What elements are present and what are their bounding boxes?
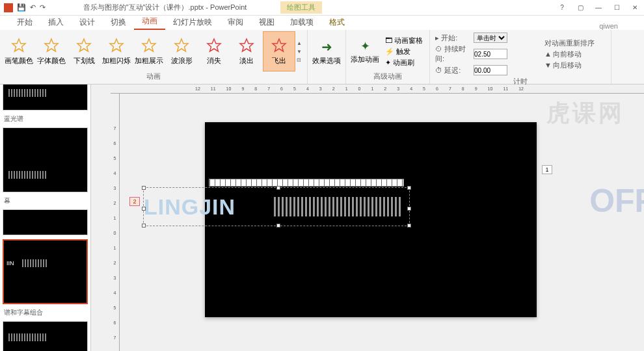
bars-graphic (274, 197, 401, 216)
tab-slideshow[interactable]: 幻灯片放映 (165, 15, 220, 30)
thumbnail-4[interactable]: IIN (3, 239, 88, 304)
svg-marker-4 (142, 39, 155, 51)
group-label-advanced: 高级动画 (349, 72, 427, 83)
user-name[interactable]: qiwen (599, 22, 644, 30)
window-title: 音乐与图形的"互动"设计（课件）.pptx - PowerPoint (49, 3, 280, 12)
move-later-button[interactable]: ▼ 向后移动 (544, 60, 607, 70)
maximize-button[interactable]: ☐ (608, 1, 626, 14)
ribbon: 画笔颜色字体颜色下划线加粗闪烁加粗展示波浪形消失淡出飞出▲▼⊟ 动画 ➜ 效果选… (0, 30, 644, 84)
app-icon[interactable] (4, 3, 13, 12)
animation-pane-button[interactable]: 🗔 动画窗格 (385, 36, 423, 46)
duration-input[interactable] (474, 49, 507, 59)
horizontal-ruler: 1211109876543210123456789101112 (111, 84, 644, 94)
svg-marker-1 (45, 39, 58, 51)
trigger-button[interactable]: ⚡ 触发 (385, 47, 423, 57)
tab-addins[interactable]: 加载项 (282, 15, 321, 30)
watermark-right: OFFI (589, 182, 644, 220)
thumb-label-2: 幕 (0, 196, 90, 205)
star-icon (141, 38, 157, 53)
slide-number-badge: 1 (542, 165, 552, 174)
vertical-ruler: 765432101234567 (111, 94, 120, 351)
effect-options-button[interactable]: ➜ 效果选项 (310, 32, 343, 73)
pane-icon: 🗔 (385, 36, 394, 44)
animation-0[interactable]: 画笔颜色 (3, 31, 35, 72)
svg-marker-0 (12, 39, 25, 51)
tab-home[interactable]: 开始 (9, 15, 40, 30)
animation-5[interactable]: 波浪形 (165, 31, 198, 72)
add-animation-button[interactable]: ✦ 添加动画 (349, 31, 381, 72)
thumbnail-2[interactable] (3, 127, 88, 192)
star-icon (174, 38, 189, 53)
add-animation-label: 添加动画 (351, 55, 379, 64)
play-icon: ▸ (435, 34, 441, 42)
svg-marker-7 (240, 39, 253, 51)
animation-6[interactable]: 消失 (198, 31, 230, 72)
star-add-icon: ✦ (360, 39, 370, 53)
textbox-ruler (209, 179, 404, 187)
help-button[interactable]: ? (553, 1, 571, 14)
arrow-right-icon: ➜ (321, 39, 332, 55)
animation-7[interactable]: 淡出 (230, 31, 263, 72)
tab-review[interactable]: 审阅 (220, 15, 251, 30)
painter-icon: ✦ (385, 58, 393, 66)
tab-design[interactable]: 设计 (72, 15, 103, 30)
thumb-label-4: 谱和字幕组合 (0, 308, 90, 317)
thumbnail-5[interactable] (3, 321, 88, 351)
tab-transitions[interactable]: 切换 (103, 15, 134, 30)
trigger-icon: ⚡ (385, 47, 396, 55)
star-icon (271, 38, 287, 53)
gallery-more-button[interactable]: ▲▼⊟ (295, 40, 304, 63)
timing-controls: ▸ 开始: 单击时 ⏲ 持续时间: ⏱ 延迟: (433, 31, 543, 77)
thumbnail-1[interactable] (3, 84, 88, 110)
reorder-controls: 对动画重新排序 ▲ 向前移动 ▼ 向后移动 (543, 37, 608, 72)
delay-input[interactable] (474, 65, 507, 75)
textbox-text: LINGJIN (144, 194, 235, 220)
watermark-top: 虎课网 (546, 98, 624, 129)
star-icon (239, 38, 254, 53)
slide-canvas[interactable]: 1211109876543210123456789101112 76543210… (91, 84, 644, 351)
start-label: ▸ 开始: (435, 33, 472, 43)
save-icon[interactable]: 💾 (17, 3, 26, 12)
delay-label: ⏱ 延迟: (435, 66, 472, 75)
svg-marker-2 (77, 39, 90, 51)
duration-label: ⏲ 持续时间: (435, 44, 472, 64)
selected-textbox[interactable]: 2 LINGJIN (143, 187, 410, 226)
title-bar: 💾 ↶ ↷ 音乐与图形的"互动"设计（课件）.pptx - PowerPoint… (0, 0, 644, 16)
star-icon (109, 38, 124, 53)
move-earlier-button[interactable]: ▲ 向前移动 (544, 49, 607, 59)
ribbon-collapse-button[interactable]: ▢ (571, 1, 589, 14)
tab-animations[interactable]: 动画 (134, 14, 165, 30)
start-select[interactable]: 单击时 (474, 32, 507, 43)
star-icon (44, 38, 59, 53)
star-icon (11, 38, 27, 53)
group-label-animation: 动画 (3, 72, 304, 83)
animation-3[interactable]: 加粗闪烁 (100, 31, 133, 72)
svg-marker-6 (208, 39, 221, 51)
tab-format[interactable]: 格式 (321, 15, 353, 30)
thumbnail-3[interactable] (3, 209, 88, 235)
svg-marker-8 (273, 39, 286, 51)
animation-order-tag[interactable]: 2 (129, 197, 140, 206)
reorder-label: 对动画重新排序 (544, 38, 607, 48)
window-controls: ? ▢ — ☐ ✕ (553, 1, 644, 14)
ribbon-tabs: 开始 插入 设计 切换 动画 幻灯片放映 审阅 视图 加载项 格式 qiwen (0, 16, 644, 30)
quick-access-toolbar: 💾 ↶ ↷ (0, 3, 49, 12)
minimize-button[interactable]: — (589, 1, 608, 14)
star-icon (76, 38, 92, 53)
svg-marker-3 (110, 39, 123, 51)
clock-icon: ⏲ (435, 45, 444, 53)
animation-2[interactable]: 下划线 (68, 31, 100, 72)
tab-view[interactable]: 视图 (251, 15, 282, 30)
tab-insert[interactable]: 插入 (40, 15, 72, 30)
undo-icon[interactable]: ↶ (30, 3, 36, 12)
animation-4[interactable]: 加粗展示 (133, 31, 165, 72)
animation-painter-button[interactable]: ✦ 动画刷 (385, 58, 423, 68)
slide-thumbnails[interactable]: 蓝光谱 幕 IIN 谱和字幕组合 (0, 84, 91, 351)
redo-icon[interactable]: ↷ (40, 3, 46, 12)
up-arrow-icon: ▲ (544, 50, 552, 58)
down-arrow-icon: ▼ (544, 61, 552, 69)
animation-1[interactable]: 字体颜色 (35, 31, 68, 72)
animation-8[interactable]: 飞出 (263, 31, 295, 72)
animation-gallery: 画笔颜色字体颜色下划线加粗闪烁加粗展示波浪形消失淡出飞出▲▼⊟ (3, 31, 304, 72)
close-button[interactable]: ✕ (626, 1, 644, 14)
